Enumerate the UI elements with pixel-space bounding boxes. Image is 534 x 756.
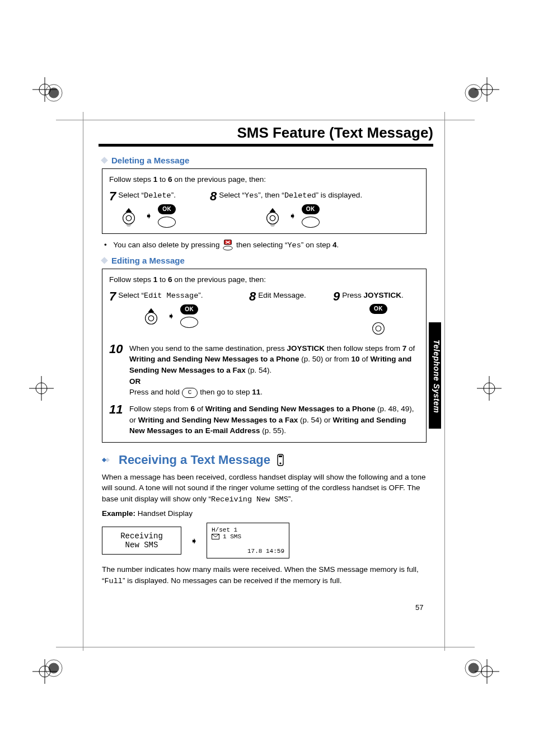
- ok-pill-icon: OK: [302, 204, 320, 214]
- ok-pill-icon: OK: [180, 304, 198, 314]
- deleting-box: Follow steps 1 to 6 on the previous page…: [102, 168, 427, 234]
- arrow-right-icon: ➧: [289, 210, 296, 222]
- step-number-7: 7: [109, 290, 116, 303]
- step-number-11: 11: [109, 403, 127, 416]
- c-button-icon: C: [182, 388, 198, 398]
- svg-marker-29: [126, 224, 132, 227]
- crosshair-icon: [475, 659, 499, 684]
- ok-pill-icon: OK: [369, 304, 387, 314]
- subheading-editing: Editing a Message: [102, 256, 427, 265]
- follow-steps-line: Follow steps 1 to 6 on the previous page…: [109, 175, 419, 185]
- svg-marker-38: [148, 308, 154, 313]
- svg-point-34: [223, 246, 233, 250]
- page-title: SMS Feature (Text Message): [102, 124, 433, 142]
- title-rule: [99, 144, 433, 147]
- joystick-center-icon: [369, 320, 387, 337]
- lcd-display-2: H/set 1 1 SMS 17.8 14:59: [207, 523, 289, 558]
- arrow-right-icon: ➧: [145, 210, 152, 222]
- editing-box: Follow steps 1 to 6 on the previous page…: [102, 269, 427, 443]
- page-number: 57: [415, 603, 423, 612]
- section-heading-row: Receiving a Text Message: [102, 453, 427, 467]
- clear-key-icon: [222, 238, 234, 252]
- step-number-7: 7: [109, 190, 116, 203]
- example-label: Example: Handset Display: [102, 508, 427, 519]
- arrow-right-icon: ➧: [167, 310, 175, 322]
- svg-point-36: [146, 312, 157, 324]
- step-number-10: 10: [109, 343, 127, 355]
- svg-marker-33: [269, 224, 275, 227]
- step-number-8: 8: [249, 290, 256, 303]
- button-icon: [180, 317, 198, 328]
- lcd-display-1: Receiving New SMS: [102, 527, 181, 555]
- step-9-text: Press JOYSTICK.: [342, 290, 404, 300]
- receiving-paragraph-1: When a message has been received, cordle…: [102, 472, 427, 505]
- ok-pill-icon: OK: [158, 204, 176, 214]
- follow-steps-line: Follow steps 1 to 6 on the previous page…: [109, 275, 419, 285]
- delete-note: You can also delete by pressing then sel…: [104, 238, 427, 252]
- step-8-text: Select “Yes”, then “Deleted” is displaye…: [219, 190, 362, 201]
- handset-icon: [276, 454, 285, 466]
- svg-point-30: [266, 213, 278, 224]
- crosshair-icon: [477, 376, 502, 401]
- svg-point-40: [376, 326, 381, 331]
- step-number-9: 9: [333, 290, 340, 303]
- joystick-icon: [118, 205, 139, 227]
- crop-line: [56, 647, 475, 647]
- svg-marker-28: [126, 208, 132, 213]
- example-row: Receiving New SMS ➧ H/set 1 1 SMS 17.8 1…: [102, 523, 427, 558]
- receiving-paragraph-2: The number indicates how many mails were…: [102, 564, 427, 586]
- svg-point-31: [270, 215, 275, 221]
- crosshair-icon: [32, 659, 57, 684]
- step-8-text: Edit Message.: [258, 290, 306, 300]
- diamond-bullets-icon: [102, 454, 113, 466]
- crosshair-icon: [32, 77, 57, 102]
- svg-point-26: [123, 213, 135, 224]
- svg-point-45: [279, 462, 281, 464]
- joystick-icon: [262, 205, 283, 227]
- svg-point-37: [149, 316, 154, 321]
- crop-line: [56, 120, 475, 120]
- svg-rect-44: [279, 456, 282, 457]
- arrow-right-icon: ➧: [190, 536, 198, 546]
- button-icon: [158, 217, 176, 228]
- crosshair-icon: [475, 77, 499, 102]
- subheading-deleting: Deleting a Message: [102, 156, 427, 165]
- page-content: SMS Feature (Text Message) Deleting a Me…: [102, 124, 427, 590]
- step-7-text: Select “Delete”.: [118, 190, 176, 201]
- crop-line: [83, 112, 83, 651]
- svg-marker-32: [269, 208, 275, 213]
- svg-marker-42: [102, 458, 106, 462]
- section-heading: Receiving a Text Message: [119, 453, 270, 467]
- envelope-icon: [212, 534, 219, 539]
- step-number-8: 8: [210, 190, 217, 203]
- step-11: 11 Follow steps from 6 of Writing and Se…: [109, 403, 419, 436]
- joystick-icon: [140, 306, 162, 327]
- crosshair-icon: [29, 376, 54, 401]
- svg-point-27: [127, 215, 132, 221]
- crop-line: [444, 112, 445, 651]
- step-10: 10 When you send to the same destination…: [109, 343, 419, 398]
- section-tab: Telephone System: [429, 322, 441, 429]
- svg-point-39: [373, 322, 385, 334]
- step-7-text: Select “Edit Message”.: [118, 290, 203, 301]
- button-icon: [302, 217, 320, 228]
